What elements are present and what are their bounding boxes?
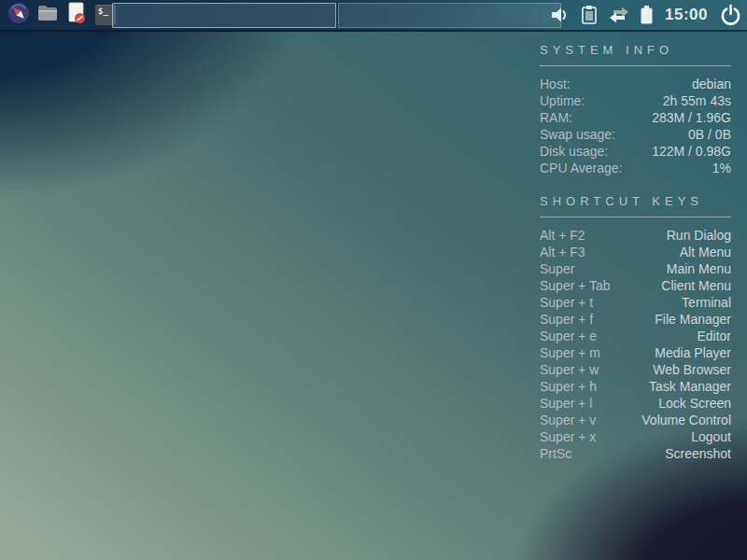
browser-launcher-button[interactable] <box>7 3 30 27</box>
network-arrows-icon[interactable] <box>608 5 630 25</box>
info-row: Host: debian <box>540 76 731 92</box>
shortcut-action: Editor <box>697 328 731 344</box>
info-label: RAM: <box>540 109 572 126</box>
shortcut-action: Media Player <box>655 344 731 361</box>
power-button[interactable] <box>719 4 742 27</box>
section-divider <box>540 217 731 217</box>
file-manager-launcher-button[interactable] <box>36 3 59 27</box>
shortcut-row: Super + t Terminal <box>540 294 731 311</box>
info-value: 0B / 0B <box>688 126 731 143</box>
shortcut-action: Client Menu <box>661 277 731 294</box>
conky-system-info: SYSTEM INFO Host: debian Uptime: 2h 55m … <box>540 43 731 176</box>
shortcut-keys: Super + f <box>540 311 593 328</box>
shortcut-keys: Super + Tab <box>540 277 611 294</box>
top-panel: $_ <box>0 0 747 32</box>
text-editor-page-icon <box>66 2 87 28</box>
battery-icon[interactable] <box>640 5 654 25</box>
shortcut-row: Super + f File Manager <box>540 311 731 328</box>
shortcut-row: Super + h Task Manager <box>540 378 731 395</box>
shortcut-row: Super Main Menu <box>540 260 731 277</box>
clock[interactable]: 15:00 <box>663 6 710 24</box>
text-editor-launcher-button[interactable] <box>65 3 88 27</box>
info-row: Uptime: 2h 55m 43s <box>540 92 731 109</box>
info-value: 1% <box>712 160 731 176</box>
info-value: 283M / 1.96G <box>652 109 731 126</box>
shortcut-row: Alt + F3 Alt Menu <box>540 244 731 260</box>
info-row: Swap usage: 0B / 0B <box>540 126 731 143</box>
shortcut-keys: Super + e <box>540 328 597 344</box>
section-divider <box>540 65 731 66</box>
shortcut-row: Super + w Web Browser <box>540 361 731 378</box>
browser-compass-icon <box>8 3 29 27</box>
folder-icon <box>37 4 58 26</box>
shortcut-keys: Super + w <box>540 361 599 378</box>
shortcut-action: Screenshot <box>665 445 731 462</box>
shortcut-action: Logout <box>691 428 731 445</box>
system-tray: 15:00 <box>550 0 742 30</box>
info-value: 122M / 0.98G <box>652 143 731 160</box>
system-info-title: SYSTEM INFO <box>540 43 731 57</box>
shortcut-keys: Super + h <box>540 378 597 395</box>
conky-shortcut-keys: SHORTCUT KEYS Alt + F2 Run Dialog Alt + … <box>540 194 731 462</box>
shortcut-keys: Super + v <box>540 412 596 428</box>
clipboard-icon[interactable] <box>580 5 599 25</box>
info-row: Disk usage: 122M / 0.98G <box>540 143 731 160</box>
info-row: RAM: 283M / 1.96G <box>540 109 731 126</box>
info-value: 2h 55m 43s <box>663 92 731 109</box>
info-label: Disk usage: <box>540 143 608 160</box>
shortcut-row: Alt + F2 Run Dialog <box>540 227 731 244</box>
info-label: Host: <box>540 76 571 92</box>
shortcut-action: Main Menu <box>667 260 731 277</box>
info-row: CPU Average: 1% <box>540 160 731 176</box>
shortcut-keys: Super <box>540 260 574 277</box>
shortcut-keys: Super + l <box>540 395 592 412</box>
taskbar-desktop-1[interactable] <box>112 3 336 28</box>
shortcut-keys: Super + x <box>540 428 596 445</box>
shortcut-row: Super + v Volume Control <box>540 412 731 428</box>
shortcut-row: PrtSc Screenshot <box>540 445 731 462</box>
info-label: CPU Average: <box>540 160 622 176</box>
shortcut-row: Super + Tab Client Menu <box>540 277 731 294</box>
shortcut-action: Terminal <box>682 294 731 311</box>
shortcut-keys-title: SHORTCUT KEYS <box>540 194 731 208</box>
info-value: debian <box>692 76 731 92</box>
shortcut-row: Super + e Editor <box>540 328 731 344</box>
volume-icon[interactable] <box>550 6 571 24</box>
shortcut-action: File Manager <box>655 311 731 328</box>
shortcut-row: Super + m Media Player <box>540 344 731 361</box>
shortcut-keys: Super + m <box>540 344 600 361</box>
shortcut-action: Task Manager <box>649 378 731 395</box>
shortcut-row: Super + l Lock Screen <box>540 395 731 412</box>
launcher-bar: $_ <box>7 0 117 30</box>
shortcut-action: Web Browser <box>653 361 731 378</box>
shortcut-action: Run Dialog <box>667 227 731 244</box>
shortcut-action: Volume Control <box>641 412 731 428</box>
shortcut-action: Lock Screen <box>658 395 731 412</box>
shortcut-keys: Alt + F3 <box>540 244 585 260</box>
shortcut-action: Alt Menu <box>680 244 731 260</box>
shortcut-row: Super + x Logout <box>540 428 731 445</box>
taskbar-desktop-2[interactable] <box>338 3 561 28</box>
shortcut-keys: Alt + F2 <box>540 227 585 244</box>
info-label: Swap usage: <box>540 126 615 143</box>
shortcut-keys: Super + t <box>540 294 593 311</box>
shortcut-keys: PrtSc <box>540 445 571 462</box>
info-label: Uptime: <box>540 92 585 109</box>
